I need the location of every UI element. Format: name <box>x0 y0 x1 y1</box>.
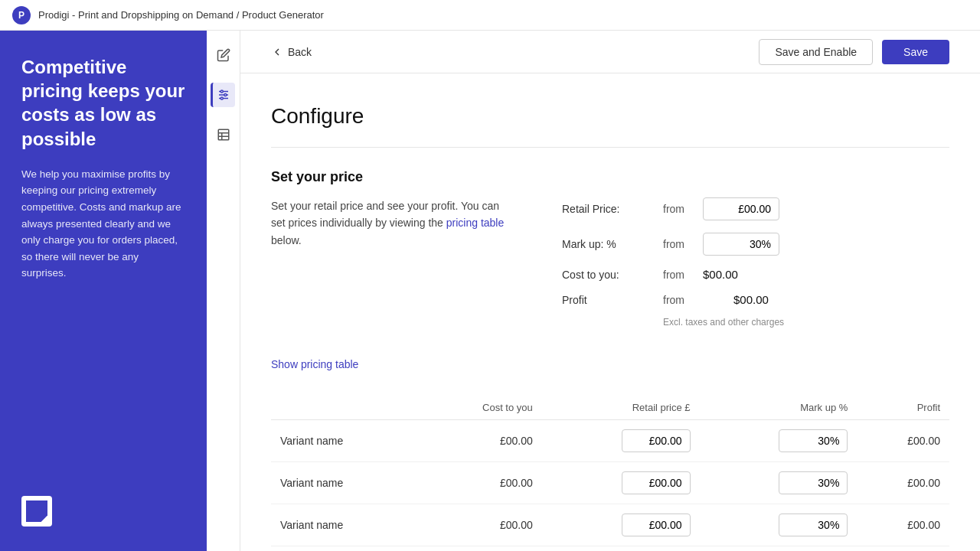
page-title: Configure <box>271 104 949 129</box>
retail-input[interactable] <box>622 429 691 452</box>
col-markup: Mark up % <box>700 396 858 420</box>
price-controls: Retail Price: from Mark up: % from Cost … <box>562 197 949 340</box>
cost-cell: £00.00 <box>418 420 542 462</box>
price-section: Set your retail price and see your profi… <box>271 197 949 340</box>
content-area: Back Save and Enable Save Configure Set … <box>240 31 980 551</box>
markup-cell[interactable] <box>700 420 858 462</box>
save-button[interactable]: Save <box>882 40 949 64</box>
profit-excl-text: Excl. taxes and other charges <box>663 317 784 328</box>
sliders-icon[interactable] <box>211 83 235 107</box>
divider <box>271 147 949 148</box>
cost-cell: £00.00 <box>418 462 542 504</box>
variant-name-cell: Variant name <box>271 420 418 462</box>
col-retail: Retail price £ <box>542 396 700 420</box>
retail-price-row: Retail Price: from <box>562 197 949 220</box>
sidebar-logo-shape <box>26 500 47 522</box>
sidebar-body: We help you maximise profits by keeping … <box>21 166 185 282</box>
profit-value: $00.00 <box>733 293 769 306</box>
retail-price-label: Retail Price: <box>562 203 654 215</box>
svg-rect-6 <box>218 129 229 140</box>
col-cost: Cost to you <box>418 396 542 420</box>
table-row: Variant name £00.00 £00.00 <box>271 504 949 546</box>
app-title: Prodigi - Print and Dropshipping on Dema… <box>38 9 324 21</box>
main-layout: Competitive pricing keeps your costs as … <box>0 31 980 551</box>
retail-price-input[interactable] <box>703 197 779 220</box>
markup-input[interactable] <box>779 471 848 494</box>
cost-from: from <box>663 269 694 281</box>
variant-name-cell: Variant name <box>271 504 418 546</box>
svg-point-5 <box>220 97 223 99</box>
cost-row: Cost to you: from $00.00 <box>562 268 949 281</box>
retail-cell[interactable] <box>542 504 700 546</box>
markup-input[interactable] <box>779 514 848 536</box>
app-logo: P <box>12 6 31 24</box>
content-header: Back Save and Enable Save <box>240 31 980 73</box>
retail-input[interactable] <box>622 471 691 494</box>
svg-point-4 <box>224 94 227 96</box>
header-actions: Save and Enable Save <box>759 39 949 65</box>
sidebar-headline: Competitive pricing keeps your costs as … <box>21 55 185 151</box>
left-sidebar: Competitive pricing keeps your costs as … <box>0 31 207 551</box>
profit-cell: £00.00 <box>857 420 949 462</box>
markup-cell[interactable] <box>700 462 858 504</box>
markup-input[interactable] <box>703 233 779 256</box>
back-button[interactable]: Back <box>271 46 312 58</box>
retail-cell[interactable] <box>542 420 700 462</box>
cost-value: $00.00 <box>703 268 738 281</box>
price-description: Set your retail price and see your profi… <box>271 197 516 340</box>
top-bar: P Prodigi - Print and Dropshipping on De… <box>0 0 980 31</box>
save-and-enable-button[interactable]: Save and Enable <box>759 39 873 65</box>
retail-input[interactable] <box>622 514 691 536</box>
price-description-text: Set your retail price and see your profi… <box>271 197 516 249</box>
show-pricing-table-link[interactable]: Show pricing table <box>271 358 358 370</box>
markup-from: from <box>663 238 694 250</box>
profit-cell: £00.00 <box>857 504 949 546</box>
svg-point-3 <box>220 90 223 93</box>
col-variant <box>271 396 418 420</box>
cost-cell: £00.00 <box>418 504 542 546</box>
profit-label: Profit <box>562 294 654 306</box>
pencil-icon[interactable] <box>211 43 236 67</box>
table-header-row: Cost to you Retail price £ Mark up % Pro… <box>271 396 949 420</box>
markup-input[interactable] <box>779 429 848 452</box>
variants-table: Cost to you Retail price £ Mark up % Pro… <box>271 396 949 546</box>
retail-cell[interactable] <box>542 462 700 504</box>
content-scroll: Configure Set your price Set your retail… <box>240 73 980 551</box>
back-arrow-icon <box>271 46 283 58</box>
sidebar-bottom-logo <box>21 496 52 527</box>
profit-from: from <box>663 294 724 306</box>
pricing-table-link[interactable]: pricing table <box>446 217 505 229</box>
profit-row: Profit from $00.00 Excl. taxes and other… <box>562 293 949 328</box>
markup-row: Mark up: % from <box>562 233 949 256</box>
markup-cell[interactable] <box>700 504 858 546</box>
profit-cell: £00.00 <box>857 462 949 504</box>
col-profit: Profit <box>857 396 949 420</box>
back-label: Back <box>288 46 312 58</box>
table-row: Variant name £00.00 £00.00 <box>271 462 949 504</box>
variant-name-cell: Variant name <box>271 462 418 504</box>
table-icon[interactable] <box>211 122 236 147</box>
icon-nav <box>207 31 240 551</box>
markup-label: Mark up: % <box>562 238 654 250</box>
table-row: Variant name £00.00 £00.00 <box>271 420 949 462</box>
set-price-title: Set your price <box>271 169 949 185</box>
cost-label: Cost to you: <box>562 269 654 281</box>
retail-price-from: from <box>663 203 694 215</box>
